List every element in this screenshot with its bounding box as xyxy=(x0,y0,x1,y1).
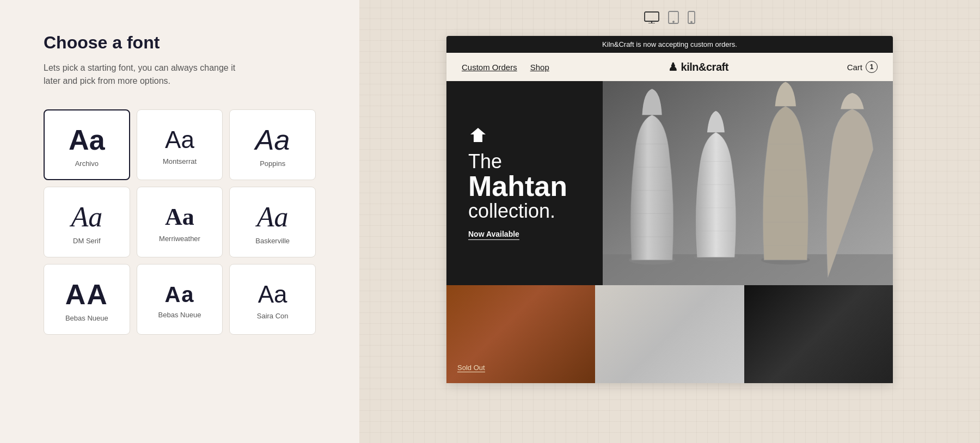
svg-point-5 xyxy=(673,21,674,22)
font-sample-saira: Aa xyxy=(258,282,287,306)
panel-title: Choose a font xyxy=(44,33,316,53)
svg-point-27 xyxy=(475,136,481,140)
font-card-bebas2[interactable]: AaBebas Nueue xyxy=(137,264,223,335)
font-card-bebas1[interactable]: AABebas Nueue xyxy=(44,264,130,335)
font-name-baskerville: Baskerville xyxy=(255,237,290,245)
left-panel: Choose a font Lets pick a starting font,… xyxy=(0,0,359,443)
product-card-1[interactable]: Sold Out xyxy=(446,285,595,383)
font-sample-montserrat: Aa xyxy=(165,128,194,152)
site-logo[interactable]: ♟ kiln&craft xyxy=(668,60,728,73)
site-nav: Custom Orders Shop ♟ kiln&craft Cart 1 xyxy=(446,53,893,81)
font-name-merriweather: Merriweather xyxy=(159,235,200,243)
sold-out-badge: Sold Out xyxy=(457,364,485,372)
font-name-archivo: Archivo xyxy=(75,159,99,168)
font-name-dm-serif: DM Serif xyxy=(73,237,101,245)
font-sample-baskerville: Aa xyxy=(257,203,289,231)
font-sample-dm-serif: Aa xyxy=(71,203,102,231)
svg-rect-0 xyxy=(645,12,659,21)
hero-image xyxy=(603,81,893,285)
hero-section: The Mahtan collection. Now Available xyxy=(446,81,893,285)
hero-logo-mark xyxy=(468,126,567,145)
product-card-2[interactable] xyxy=(595,285,744,383)
cart-count: 1 xyxy=(866,61,878,73)
font-card-merriweather[interactable]: AaMerriweather xyxy=(137,187,223,257)
font-sample-archivo: Aa xyxy=(69,126,105,154)
font-sample-bebas1: AA xyxy=(65,280,108,309)
hero-text: The Mahtan collection. Now Available xyxy=(468,126,567,239)
nav-cart[interactable]: Cart 1 xyxy=(847,61,878,73)
panel-subtitle: Lets pick a starting font, you can alway… xyxy=(44,61,250,88)
font-name-poppins: Poppins xyxy=(260,159,285,168)
product-grid: Sold Out xyxy=(446,285,893,383)
font-card-baskerville[interactable]: AaBaskerville xyxy=(229,187,316,257)
font-card-saira[interactable]: AaSaira Con xyxy=(229,264,316,335)
hero-title: Mahtan xyxy=(468,172,567,200)
desktop-icon[interactable] xyxy=(644,11,659,27)
font-card-montserrat[interactable]: AaMontserrat xyxy=(137,109,223,180)
font-card-archivo[interactable]: AaArchivo xyxy=(44,109,130,180)
browser-preview: Kiln&Craft is now accepting custom order… xyxy=(446,36,893,383)
product-card-3[interactable] xyxy=(744,285,893,383)
device-toolbar xyxy=(644,11,695,27)
font-sample-poppins: Aa xyxy=(255,126,290,154)
nav-links: Custom Orders Shop xyxy=(462,63,549,72)
announcement-text: Kiln&Craft is now accepting custom order… xyxy=(602,40,737,48)
font-sample-bebas2: Aa xyxy=(164,284,194,305)
logo-icon: ♟ xyxy=(668,60,678,73)
font-card-dm-serif[interactable]: AaDM Serif xyxy=(44,187,130,257)
svg-point-7 xyxy=(691,22,692,23)
font-name-saira: Saira Con xyxy=(257,312,289,320)
font-name-montserrat: Montserrat xyxy=(163,157,197,165)
nav-shop[interactable]: Shop xyxy=(530,63,549,72)
font-grid: AaArchivoAaMontserratAaPoppinsAaDM Serif… xyxy=(44,109,316,335)
font-name-bebas2: Bebas Nueue xyxy=(158,311,201,319)
font-sample-merriweather: Aa xyxy=(165,205,194,229)
tablet-icon[interactable] xyxy=(668,11,679,27)
cart-label: Cart xyxy=(847,63,862,72)
hero-collection: collection. xyxy=(468,200,567,222)
logo-text: kiln&craft xyxy=(681,61,728,73)
nav-custom-orders[interactable]: Custom Orders xyxy=(462,63,517,72)
now-available-cta[interactable]: Now Available xyxy=(468,230,519,240)
hero-subtitle: The xyxy=(468,150,567,172)
announcement-bar: Kiln&Craft is now accepting custom order… xyxy=(446,36,893,53)
font-name-bebas1: Bebas Nueue xyxy=(65,314,108,322)
mobile-icon[interactable] xyxy=(688,11,695,27)
right-panel: Kiln&Craft is now accepting custom order… xyxy=(359,0,980,443)
font-card-poppins[interactable]: AaPoppins xyxy=(229,109,316,180)
